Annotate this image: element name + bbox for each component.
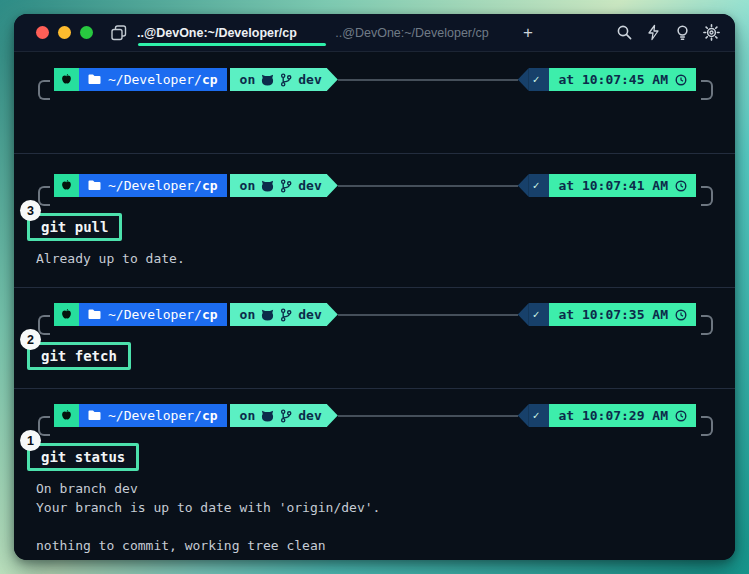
prompt-path: ~/Developer/cp: [108, 408, 218, 423]
segment-arrow: [518, 404, 529, 427]
prompt-on-label: on: [240, 178, 256, 193]
prompt-block: ~/Developer/cp on dev ✓ at 10:07:41 AM: [14, 153, 735, 287]
path-segment: ~/Developer/cp: [79, 174, 227, 197]
git-branch-icon: [280, 73, 292, 87]
minimize-window-button[interactable]: [58, 26, 71, 39]
exit-status-segment: ✓: [529, 404, 550, 427]
git-branch-icon: [280, 179, 292, 193]
prompt-connector-line: [338, 79, 518, 81]
os-segment: [54, 303, 79, 326]
exit-status-segment: ✓: [529, 303, 550, 326]
git-branch-segment: on dev: [230, 303, 327, 326]
segment-arrow: [518, 303, 529, 326]
command-output: On branch dev Your branch is up to date …: [36, 479, 735, 555]
git-branch-segment: on dev: [230, 174, 327, 197]
tab-inactive-title: ..@DevOne:~/Developer/cp: [335, 26, 488, 40]
path-segment: ~/Developer/cp: [79, 404, 227, 427]
prompt-path: ~/Developer/cp: [108, 178, 218, 193]
segment-arrow: [327, 174, 338, 197]
folder-icon: [88, 180, 101, 191]
command-git-fetch: git fetch: [27, 342, 131, 370]
prompt-right-bracket: [701, 80, 713, 100]
gear-icon[interactable]: [703, 24, 720, 41]
os-segment: [54, 68, 79, 91]
output-line: nothing to commit, working tree clean: [36, 536, 735, 555]
output-line: Already up to date.: [36, 249, 735, 268]
output-line: Your branch is up to date with 'origin/d…: [36, 498, 735, 517]
prompt-branch: dev: [298, 307, 321, 322]
prompt-block: ~/Developer/cp on dev ✓ at 10:07:45 AM: [14, 52, 735, 153]
prompt-left-bracket: [38, 416, 50, 436]
prompt-row: ~/Developer/cp on dev ✓ at 10:07:41 AM: [38, 174, 713, 197]
step-badge-3: 3: [20, 200, 41, 221]
prompt-row: ~/Developer/cp on dev ✓ at 10:07:45 AM: [38, 68, 713, 91]
tab-bar: ..@DevOne:~/Developer/cp ..@DevOne:~/Dev…: [14, 14, 735, 52]
tab-inactive[interactable]: ..@DevOne:~/Developer/cp: [332, 14, 492, 51]
step-badge-1: 1: [20, 430, 41, 451]
command-annotation: 2 git fetch: [27, 342, 131, 370]
lightbulb-icon[interactable]: [674, 24, 691, 41]
github-icon: [261, 309, 274, 321]
prompt-on-label: on: [240, 72, 256, 87]
prompt-right-bracket: [701, 416, 713, 436]
check-icon: ✓: [533, 73, 540, 86]
output-line: [36, 517, 735, 536]
github-icon: [261, 180, 274, 192]
prompt-block: ~/Developer/cp on dev ✓ at 10:07:29 AM: [14, 388, 735, 560]
prompt-time: at 10:07:41 AM: [558, 178, 668, 193]
segment-arrow: [518, 174, 529, 197]
terminal-content[interactable]: ~/Developer/cp on dev ✓ at 10:07:45 AM: [14, 52, 735, 560]
prompt-branch: dev: [298, 72, 321, 87]
folder-icon: [88, 410, 101, 421]
prompt-path: ~/Developer/cp: [108, 307, 218, 322]
git-branch-segment: on dev: [230, 404, 327, 427]
time-segment: at 10:07:29 AM: [549, 404, 696, 427]
prompt-branch: dev: [298, 408, 321, 423]
time-segment: at 10:07:41 AM: [549, 174, 696, 197]
close-window-button[interactable]: [36, 26, 49, 39]
exit-status-segment: ✓: [529, 174, 550, 197]
os-segment: [54, 174, 79, 197]
prompt-block: ~/Developer/cp on dev ✓ at 10:07:35 AM: [14, 287, 735, 388]
desktop-background: ..@DevOne:~/Developer/cp ..@DevOne:~/Dev…: [0, 0, 749, 574]
prompt-time: at 10:07:29 AM: [558, 408, 668, 423]
prompt-right-bracket: [701, 315, 713, 335]
prompt-time: at 10:07:45 AM: [558, 72, 668, 87]
search-icon[interactable]: [616, 24, 633, 41]
tab-active[interactable]: ..@DevOne:~/Developer/cp: [118, 14, 316, 51]
prompt-row: ~/Developer/cp on dev ✓ at 10:07:29 AM: [38, 404, 713, 427]
path-segment: ~/Developer/cp: [79, 68, 227, 91]
segment-arrow: [327, 404, 338, 427]
prompt-time: at 10:07:35 AM: [558, 307, 668, 322]
prompt-on-label: on: [240, 408, 256, 423]
segment-arrow: [327, 68, 338, 91]
git-branch-icon: [280, 409, 292, 423]
prompt-left-bracket: [38, 315, 50, 335]
step-badge-2: 2: [20, 329, 41, 350]
prompt-path: ~/Developer/cp: [108, 72, 218, 87]
git-branch-icon: [280, 308, 292, 322]
command-output: Already up to date.: [36, 249, 735, 268]
prompt-row: ~/Developer/cp on dev ✓ at 10:07:35 AM: [38, 303, 713, 326]
apple-icon: [60, 72, 73, 87]
apple-icon: [60, 408, 73, 423]
folder-icon: [88, 74, 101, 85]
time-segment: at 10:07:35 AM: [549, 303, 696, 326]
traffic-lights: [36, 26, 93, 39]
terminal-window: ..@DevOne:~/Developer/cp ..@DevOne:~/Dev…: [14, 14, 735, 560]
exit-status-segment: ✓: [529, 68, 550, 91]
command-git-status: git status: [27, 443, 139, 471]
command-annotation: 3 git pull: [27, 213, 122, 241]
folder-icon: [88, 309, 101, 320]
check-icon: ✓: [533, 179, 540, 192]
new-tab-button[interactable]: +: [510, 14, 546, 51]
check-icon: ✓: [533, 409, 540, 422]
bolt-icon[interactable]: [645, 24, 662, 41]
os-segment: [54, 404, 79, 427]
clock-icon: [675, 74, 687, 86]
apple-icon: [60, 307, 73, 322]
prompt-right-bracket: [701, 186, 713, 206]
prompt-connector-line: [338, 185, 518, 187]
zoom-window-button[interactable]: [80, 26, 93, 39]
path-segment: ~/Developer/cp: [79, 303, 227, 326]
